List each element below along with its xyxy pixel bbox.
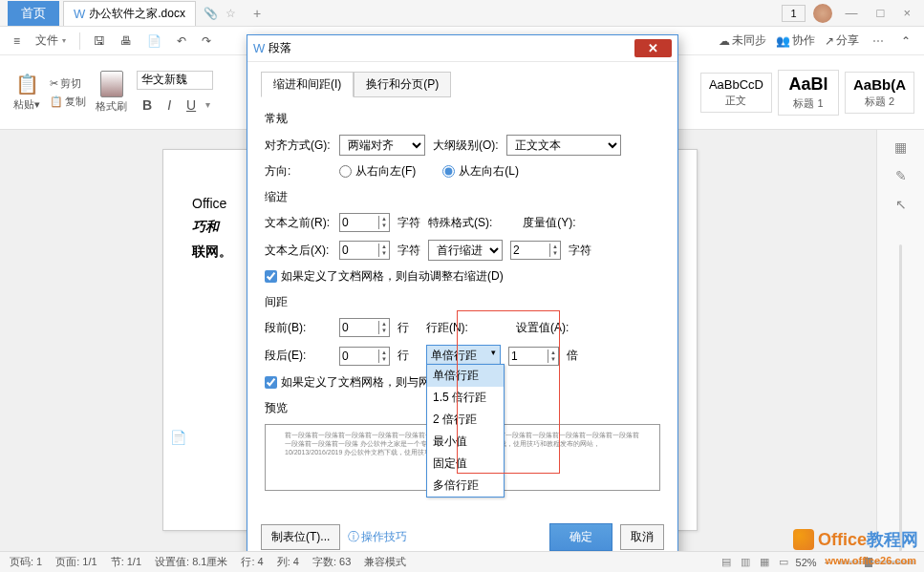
paragraph-dialog: W 段落 ✕ 缩进和间距(I) 换行和分页(P) 常规 对齐方式(G): 两端对… <box>247 34 678 563</box>
after-para-spinner[interactable]: ▲▼ <box>339 347 390 366</box>
outline-select[interactable]: 正文文本 <box>506 135 621 156</box>
document-tab[interactable]: W 办公软件之家.docx <box>63 1 196 26</box>
line-spacing-label: 行距(N): <box>426 320 468 336</box>
watermark-url: www.office26.com <box>825 555 916 566</box>
scroll-track[interactable] <box>899 244 902 551</box>
counter-badge[interactable]: 1 <box>782 5 805 22</box>
direction-rtl-radio[interactable]: 从右向左(F) <box>339 163 416 180</box>
status-settings[interactable]: 设置值: 8.1厘米 <box>155 555 227 569</box>
watermark-logo: Office 教程网 <box>793 528 918 551</box>
status-compat[interactable]: 兼容模式 <box>364 555 406 569</box>
status-pages[interactable]: 页面: 1/1 <box>55 555 97 569</box>
menu-icon[interactable]: ≡ <box>10 32 24 50</box>
before-para-spinner[interactable]: ▲▼ <box>339 318 390 337</box>
font-select[interactable] <box>137 71 213 90</box>
spacing-section-label: 间距 <box>265 294 660 310</box>
dropdown-option[interactable]: 最小值 <box>427 431 504 453</box>
word-icon: W <box>74 7 85 21</box>
paste-group: 📋 粘贴▾ <box>10 73 44 112</box>
brush-group[interactable]: 格式刷 <box>92 71 131 114</box>
dropdown-option[interactable]: 多倍行距 <box>427 475 504 497</box>
status-col[interactable]: 列: 4 <box>277 555 299 569</box>
clipboard-icon: 📋 <box>15 73 39 95</box>
dialog-titlebar[interactable]: W 段落 ✕ <box>247 35 677 62</box>
style-heading1[interactable]: AaBl 标题 1 <box>778 70 839 116</box>
status-bar: 页码: 1 页面: 1/1 节: 1/1 设置值: 8.1厘米 行: 4 列: … <box>0 551 924 572</box>
auto-adjust-indent-checkbox[interactable]: 如果定义了文档网格，则自动调整右缩进(D) <box>265 268 660 285</box>
document-name: 办公软件之家.docx <box>89 6 185 22</box>
minimize-button[interactable]: — <box>840 4 864 22</box>
set-value-spinner[interactable]: ▲▼ <box>508 347 559 366</box>
measure-spinner[interactable]: ▲▼ <box>510 241 561 260</box>
watermark-icon <box>793 529 814 550</box>
after-text-label: 文本之后(X): <box>265 243 332 259</box>
dialog-body: 常规 对齐方式(G): 两端对齐 大纲级别(O): 正文文本 方向: 从右向左(… <box>247 97 677 514</box>
redo-icon[interactable]: ↷ <box>198 32 215 50</box>
maximize-button[interactable]: □ <box>871 4 891 22</box>
cancel-button[interactable]: 取消 <box>620 524 664 550</box>
layout-icon[interactable]: ▦ <box>894 139 907 155</box>
dropdown-option[interactable]: 单倍行距 <box>427 365 504 387</box>
preview-icon[interactable]: 📄 <box>143 32 165 50</box>
direction-label: 方向: <box>265 163 332 180</box>
tab-indent-spacing[interactable]: 缩进和间距(I) <box>261 72 354 97</box>
view-read-icon[interactable]: ▭ <box>777 556 790 568</box>
share-button[interactable]: ↗ 分享 <box>825 32 859 49</box>
collapse-ribbon[interactable]: ⌃ <box>897 32 914 50</box>
dialog-close-button[interactable]: ✕ <box>634 39 672 57</box>
dialog-title: 段落 <box>269 40 291 56</box>
status-chars[interactable]: 字数: 63 <box>312 555 351 569</box>
paste-button[interactable]: 粘贴▾ <box>13 97 40 112</box>
save-icon[interactable]: 🖫 <box>90 32 109 50</box>
pin-icon[interactable]: 📎 <box>204 7 218 20</box>
indent-section-label: 缩进 <box>265 189 660 205</box>
italic-button[interactable]: I <box>161 95 177 115</box>
sync-status[interactable]: ☁ 未同步 <box>719 32 766 49</box>
coop-button[interactable]: 👥 协作 <box>776 32 815 49</box>
view-outline-icon[interactable]: ▥ <box>739 556 752 568</box>
new-tab-button[interactable]: + <box>247 4 267 23</box>
view-print-icon[interactable]: ▤ <box>720 556 733 568</box>
style-heading2[interactable]: AaBb(A 标题 2 <box>845 72 914 114</box>
close-button[interactable]: × <box>897 4 916 22</box>
direction-ltr-radio[interactable]: 从左向右(L) <box>442 163 519 180</box>
cursor-icon[interactable]: ↖ <box>895 197 907 212</box>
ok-button[interactable]: 确定 <box>549 523 612 551</box>
outline-label: 大纲级别(O): <box>433 138 499 154</box>
style-normal[interactable]: AaBbCcD 正文 <box>700 73 772 113</box>
zoom-level[interactable]: 52% <box>796 557 817 568</box>
more-menu[interactable]: ⋯ <box>869 34 888 48</box>
view-web-icon[interactable]: ▦ <box>758 556 771 568</box>
underline-button[interactable]: U <box>181 95 202 115</box>
special-format-select[interactable]: 首行缩进 <box>428 240 503 261</box>
before-para-label: 段前(B): <box>265 320 332 336</box>
copy-button[interactable]: 📋 复制 <box>50 95 86 109</box>
print-icon[interactable]: 🖶 <box>117 32 136 50</box>
dropdown-option[interactable]: 固定值 <box>427 453 504 475</box>
user-avatar[interactable] <box>813 4 832 23</box>
dropdown-option[interactable]: 1.5 倍行距 <box>427 387 504 409</box>
alignment-select[interactable]: 两端对齐 <box>339 135 425 156</box>
tab-line-page-break[interactable]: 换行和分页(P) <box>354 72 451 97</box>
home-tab[interactable]: 首页 <box>8 1 59 26</box>
side-panel: ▦ ✎ ↖ <box>876 130 924 551</box>
tips-link[interactable]: ⓘ 操作技巧 <box>348 529 407 545</box>
star-icon[interactable]: ☆ <box>226 7 236 20</box>
dialog-footer: 制表位(T)... ⓘ 操作技巧 确定 取消 <box>261 523 664 551</box>
status-row[interactable]: 行: 4 <box>241 555 263 569</box>
bold-button[interactable]: B <box>137 95 158 115</box>
pencil-icon[interactable]: ✎ <box>895 168 907 183</box>
general-section-label: 常规 <box>265 111 660 127</box>
brush-icon <box>100 71 123 97</box>
after-text-spinner[interactable]: ▲▼ <box>339 241 390 260</box>
tabs-button[interactable]: 制表位(T)... <box>261 524 340 550</box>
file-menu[interactable]: 文件▾ <box>32 31 70 51</box>
undo-icon[interactable]: ↶ <box>173 32 190 50</box>
status-section[interactable]: 节: 1/1 <box>111 555 141 569</box>
paragraph-mark-icon: 📄 <box>170 430 186 445</box>
window-tabs: 首页 W 办公软件之家.docx 📎 ☆ + 1 — □ × <box>0 0 924 27</box>
dropdown-option[interactable]: 2 倍行距 <box>427 409 504 431</box>
cut-button[interactable]: ✂ 剪切 <box>50 76 86 91</box>
status-page-no[interactable]: 页码: 1 <box>10 555 42 569</box>
before-text-spinner[interactable]: ▲▼ <box>339 213 390 232</box>
